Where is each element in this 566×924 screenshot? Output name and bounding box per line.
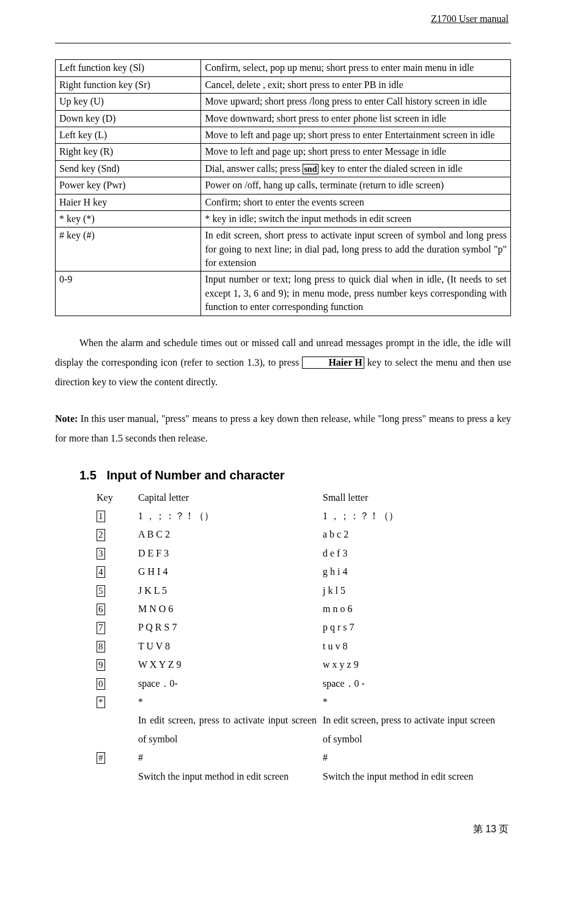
key-desc-cell: Move to left and page up; short press to… — [201, 127, 511, 143]
page-header-title: Z1700 User manual — [55, 12, 511, 26]
key-name-cell: * key (*) — [56, 210, 201, 227]
note-label: Note: — [55, 413, 78, 424]
input-key-cell: 2 — [97, 525, 138, 544]
key-desc-cell: Power on /off, hang up calls, terminate … — [201, 177, 511, 194]
table-row: Right function key (Sr)Cancel, delete , … — [56, 76, 511, 93]
input-row: ### — [97, 748, 499, 767]
capital-cell: J K L 5 — [138, 582, 323, 600]
capital-cell: A B C 2 — [138, 525, 323, 544]
input-row: 11 ，；：？！（）1 ，；：？！（） — [97, 507, 499, 525]
table-row: Send key (Snd)Dial, answer calls; press … — [56, 160, 511, 177]
capital-cell: M N O 6 — [138, 600, 323, 618]
table-row: Haier H keyConfirm; short to enter the e… — [56, 194, 511, 210]
key-name-cell: Left key (L) — [56, 127, 201, 143]
input-header-cap: Capital letter — [138, 489, 323, 507]
capital-cell: W X Y Z 9 — [138, 656, 323, 674]
table-row: 0-9Input number or text; long press to q… — [56, 272, 511, 316]
small-desc-cell: Switch the input method in edit screen — [323, 767, 499, 786]
capital-cell: 1 ，；：？！（） — [138, 507, 323, 525]
key-desc-cell: Input number or text; long press to quic… — [201, 272, 511, 316]
input-row: 9W X Y Z 9w x y z 9 — [97, 656, 499, 674]
keypad-key-box: 4 — [97, 566, 105, 578]
key-desc-cell: * key in idle; switch the input methods … — [201, 210, 511, 227]
capital-cell: P Q R S 7 — [138, 618, 323, 637]
input-row: 6M N O 6m n o 6 — [97, 600, 499, 618]
table-row: Left function key (Sl)Confirm, select, p… — [56, 60, 511, 76]
footer-post: 页 — [496, 824, 509, 834]
section-title: Input of Number and character — [106, 468, 284, 482]
input-row: 8T U V 8t u v 8 — [97, 637, 499, 656]
keypad-key-box: 5 — [97, 585, 105, 597]
keypad-key-box: * — [97, 697, 105, 708]
input-row: 4G H I 4g h i 4 — [97, 563, 499, 581]
input-key-cell: * — [97, 693, 138, 711]
table-row: Right key (R)Move to left and page up; s… — [56, 144, 511, 160]
footer-num: 13 — [485, 824, 496, 834]
header-rule — [55, 43, 511, 43]
small-cell: w x y z 9 — [323, 656, 499, 674]
keypad-key-box: # — [97, 752, 105, 764]
input-row: *** — [97, 693, 499, 711]
section-heading: 1.5 Input of Number and character — [79, 467, 511, 484]
input-row: 5J K L 5j k l 5 — [97, 582, 499, 600]
key-name-cell: # key (#) — [56, 227, 201, 272]
table-row: Power key (Pwr)Power on /off, hang up ca… — [56, 177, 511, 194]
key-name-cell: Right function key (Sr) — [56, 76, 201, 93]
key-desc-cell: Confirm; short to enter the events scree… — [201, 194, 511, 210]
key-name-cell: 0-9 — [56, 272, 201, 316]
keypad-key-box: 6 — [97, 604, 105, 615]
capital-desc-cell: In edit screen, press to activate input … — [138, 711, 323, 748]
table-row: # key (#)In edit screen, short press to … — [56, 227, 511, 272]
input-char-table: Key Capital letter Small letter 11 ，；：？！… — [97, 489, 499, 786]
input-row: 2A B C 2a b c 2 — [97, 525, 499, 544]
key-desc-cell: Move upward; short press /long press to … — [201, 94, 511, 110]
input-key-cell: 4 — [97, 563, 138, 581]
keypad-key-box: 0 — [97, 678, 105, 690]
input-key-cell: 0 — [97, 675, 138, 693]
capital-cell: T U V 8 — [138, 637, 323, 656]
paragraph-note: Note: In this user manual, "press" means… — [55, 409, 511, 448]
input-row: 7P Q R S 7p q r s 7 — [97, 618, 499, 637]
small-cell: p q r s 7 — [323, 618, 499, 637]
keypad-key-box: 1 — [97, 511, 105, 522]
table-row: Up key (U)Move upward; short press /long… — [56, 94, 511, 110]
input-header-sml: Small letter — [323, 489, 499, 507]
small-cell: d e f 3 — [323, 544, 499, 563]
note-text: In this user manual, "press" means to pr… — [55, 413, 511, 443]
small-cell: a b c 2 — [323, 525, 499, 544]
small-cell: space．0 - — [323, 675, 499, 693]
capital-desc-cell: Switch the input method in edit screen — [138, 767, 323, 786]
input-key-cell: 8 — [97, 637, 138, 656]
input-key-cell: 1 — [97, 507, 138, 525]
table-row: Left key (L)Move to left and page up; sh… — [56, 127, 511, 143]
key-desc-cell: Move to left and page up; short press to… — [201, 144, 511, 160]
key-function-table: Left function key (Sl)Confirm, select, p… — [55, 59, 511, 316]
key-desc-cell: Dial, answer calls; press snd key to ent… — [201, 160, 511, 177]
input-header-row: Key Capital letter Small letter — [97, 489, 499, 507]
small-cell: m n o 6 — [323, 600, 499, 618]
key-name-cell: Down key (D) — [56, 110, 201, 127]
keypad-key-box: 8 — [97, 641, 105, 652]
key-name-cell: Haier H key — [56, 194, 201, 210]
capital-cell: * — [138, 693, 323, 711]
table-row: Down key (D)Move downward; short press t… — [56, 110, 511, 127]
input-key-cell: 6 — [97, 600, 138, 618]
key-desc-cell: Move downward; short press to enter phon… — [201, 110, 511, 127]
input-key-cell: 5 — [97, 582, 138, 600]
key-name-cell: Right key (R) — [56, 144, 201, 160]
input-key-cell: 9 — [97, 656, 138, 674]
small-cell: # — [323, 748, 499, 767]
small-desc-cell: In edit screen, press to activate input … — [323, 711, 499, 748]
input-key-cell: # — [97, 748, 138, 767]
snd-key-box: snd — [303, 164, 318, 174]
input-header-key: Key — [97, 489, 138, 507]
key-name-cell: Power key (Pwr) — [56, 177, 201, 194]
small-cell: 1 ，；：？！（） — [323, 507, 499, 525]
table-row: * key (*)* key in idle; switch the input… — [56, 210, 511, 227]
key-desc-cell: Confirm, select, pop up menu; short pres… — [201, 60, 511, 76]
input-row-desc: In edit screen, press to activate input … — [97, 711, 499, 748]
keypad-key-box: 9 — [97, 659, 105, 671]
section-num: 1.5 — [79, 468, 97, 482]
input-row-desc: Switch the input method in edit screenSw… — [97, 767, 499, 786]
input-key-cell: 3 — [97, 544, 138, 563]
